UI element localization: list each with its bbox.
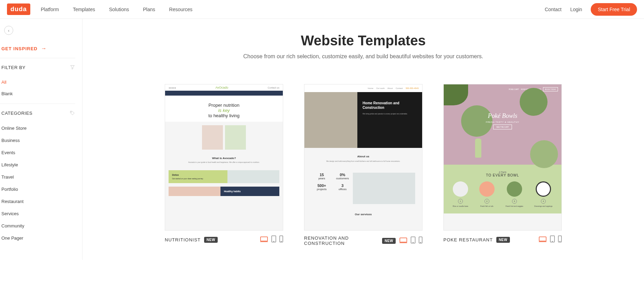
device-toggle bbox=[399, 236, 422, 245]
template-thumb[interactable]: POKE CARTHOW DONECONTACTBOOK TODAY Poké … bbox=[443, 84, 562, 231]
desktop-icon[interactable] bbox=[399, 237, 408, 245]
main-content: Website Templates Choose from our rich s… bbox=[83, 19, 644, 260]
tablet-icon[interactable] bbox=[271, 235, 277, 244]
nav-solutions[interactable]: Solutions bbox=[109, 7, 129, 12]
svg-point-0 bbox=[71, 112, 72, 112]
new-badge: NEW bbox=[204, 237, 218, 243]
cat-community[interactable]: Community bbox=[0, 220, 82, 232]
cat-portfolio[interactable]: Portfolio bbox=[0, 183, 82, 195]
categories-header: CATEGORIES bbox=[0, 104, 82, 122]
categories-label: CATEGORIES bbox=[1, 111, 32, 116]
nav-login[interactable]: Login bbox=[570, 7, 582, 12]
mobile-icon[interactable] bbox=[419, 236, 422, 245]
svg-rect-6 bbox=[400, 238, 407, 242]
cat-events[interactable]: Events bbox=[0, 147, 82, 159]
cat-restaurant[interactable]: Restaurant bbox=[0, 195, 82, 208]
card-footer: RENOVATION AND CONSTRUCTION NEW bbox=[304, 235, 422, 246]
cat-business[interactable]: Business bbox=[0, 134, 82, 147]
logo[interactable]: duda bbox=[7, 3, 30, 15]
filter-list: All Blank bbox=[0, 76, 75, 104]
svg-point-10 bbox=[420, 242, 421, 243]
new-badge: NEW bbox=[382, 238, 396, 244]
filter-all[interactable]: All bbox=[0, 76, 75, 88]
template-title: NUTRITIONIST bbox=[165, 237, 201, 242]
page-title: Website Templates bbox=[103, 33, 623, 48]
nav-plans[interactable]: Plans bbox=[143, 7, 155, 12]
mobile-icon[interactable] bbox=[279, 235, 283, 244]
card-footer: NUTRITIONIST NEW bbox=[165, 235, 283, 244]
filter-by-label: FILTER BY bbox=[1, 65, 25, 70]
svg-point-15 bbox=[560, 241, 560, 242]
nav-platform[interactable]: Platform bbox=[41, 7, 59, 12]
tablet-icon[interactable] bbox=[410, 236, 416, 245]
svg-point-5 bbox=[281, 241, 281, 242]
get-inspired-link[interactable]: GET INSPIRED → bbox=[0, 45, 75, 58]
device-toggle bbox=[260, 235, 283, 244]
svg-rect-1 bbox=[261, 237, 267, 241]
template-card-poke: POKE CARTHOW DONECONTACTBOOK TODAY Poké … bbox=[443, 84, 562, 246]
desktop-icon[interactable] bbox=[260, 236, 268, 244]
template-preview: HomeOur workAboutContact555-555-4545 Hom… bbox=[304, 84, 422, 230]
cat-services[interactable]: Services bbox=[0, 208, 82, 220]
sidebar: ‹ GET INSPIRED → FILTER BY All Blank CAT… bbox=[0, 19, 83, 260]
template-title: POKE RESTAURANT bbox=[443, 237, 493, 242]
cat-lifestyle[interactable]: Lifestyle bbox=[0, 159, 82, 171]
nav-right: Contact Login Start Free Trial bbox=[545, 3, 637, 16]
svg-rect-11 bbox=[539, 237, 546, 241]
filter-blank[interactable]: Blank bbox=[0, 88, 75, 99]
tag-icon[interactable] bbox=[70, 110, 75, 116]
template-preview: POKE CARTHOW DONECONTACTBOOK TODAY Poké … bbox=[444, 84, 561, 230]
filter-icon[interactable] bbox=[70, 65, 75, 70]
desktop-icon[interactable] bbox=[538, 236, 547, 244]
page-subtitle: Choose from our rich selection, customiz… bbox=[103, 53, 623, 60]
device-toggle bbox=[538, 235, 562, 244]
nav-templates[interactable]: Templates bbox=[73, 7, 95, 12]
cat-one-pager[interactable]: One Pager bbox=[0, 232, 82, 244]
cat-online-store[interactable]: Online Store bbox=[0, 122, 82, 134]
new-badge: NEW bbox=[496, 237, 510, 243]
mobile-icon[interactable] bbox=[558, 235, 562, 244]
arrow-right-icon: → bbox=[41, 45, 47, 52]
start-trial-button[interactable]: Start Free Trial bbox=[591, 3, 637, 16]
category-list: Online Store Business Events Lifestyle T… bbox=[0, 122, 82, 244]
nav-main: Platform Templates Solutions Plans Resou… bbox=[41, 7, 192, 12]
template-grid: ●●●●●AvOcadoContact us Proper nutrition … bbox=[103, 84, 623, 246]
template-preview: ●●●●●AvOcadoContact us Proper nutrition … bbox=[165, 84, 283, 230]
filter-by-header: FILTER BY bbox=[0, 58, 82, 76]
cat-travel[interactable]: Travel bbox=[0, 171, 82, 183]
back-button[interactable]: ‹ bbox=[4, 26, 13, 35]
card-footer: POKE RESTAURANT NEW bbox=[443, 235, 562, 244]
chevron-left-icon: ‹ bbox=[8, 28, 9, 33]
svg-point-8 bbox=[413, 242, 413, 243]
template-card-renovation: HomeOur workAboutContact555-555-4545 Hom… bbox=[304, 84, 422, 246]
nav-resources[interactable]: Resources bbox=[169, 7, 193, 12]
template-thumb[interactable]: ●●●●●AvOcadoContact us Proper nutrition … bbox=[165, 84, 283, 231]
nav-contact[interactable]: Contact bbox=[545, 7, 561, 12]
template-card-nutritionist: ●●●●●AvOcadoContact us Proper nutrition … bbox=[165, 84, 283, 246]
header: duda Platform Templates Solutions Plans … bbox=[0, 0, 644, 19]
template-title: RENOVATION AND CONSTRUCTION bbox=[304, 235, 379, 246]
svg-point-13 bbox=[552, 241, 553, 242]
get-inspired-label: GET INSPIRED bbox=[1, 46, 38, 51]
tablet-icon[interactable] bbox=[550, 235, 555, 244]
template-thumb[interactable]: HomeOur workAboutContact555-555-4545 Hom… bbox=[304, 84, 422, 231]
svg-point-3 bbox=[274, 241, 274, 242]
